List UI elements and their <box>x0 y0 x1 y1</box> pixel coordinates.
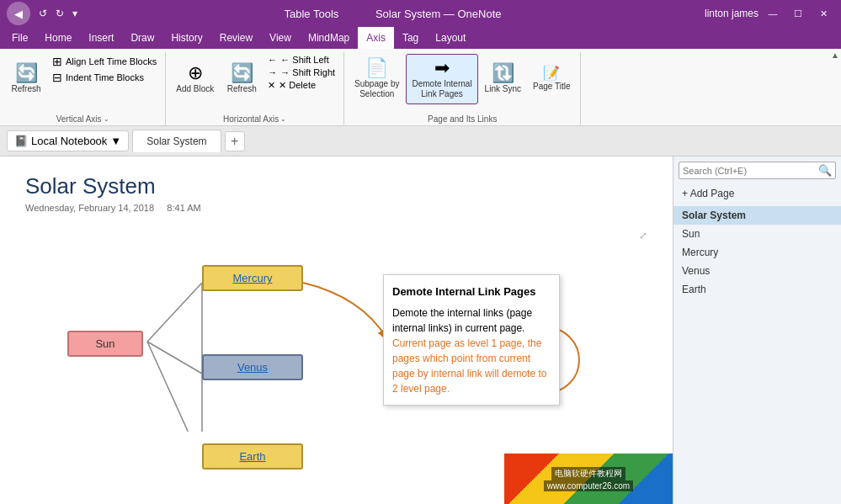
close-button[interactable]: ✕ <box>812 5 834 22</box>
shift-right-icon: → <box>268 67 277 77</box>
delete-icon: ✕ <box>268 80 275 91</box>
menu-view[interactable]: View <box>261 27 300 49</box>
sun-node[interactable]: Sun <box>67 331 143 357</box>
demote-icon: ➡ <box>434 59 450 77</box>
sidebar-search[interactable]: 🔍 <box>679 162 836 179</box>
subpage-icon: 📄 <box>365 59 388 77</box>
menu-file[interactable]: File <box>3 27 36 49</box>
link-sync-label: Link Sync <box>485 84 521 94</box>
notebook-name: Local Notebook <box>31 135 107 147</box>
sidebar-page-mercury[interactable]: Mercury <box>673 243 841 262</box>
resize-handle[interactable]: ⤢ <box>639 230 647 241</box>
page-title-label: Page Title <box>533 82 570 92</box>
back-button[interactable]: ◀ <box>7 2 30 25</box>
refresh-vertical-icon: 🔄 <box>15 64 38 82</box>
align-icon: ⊞ <box>52 55 62 68</box>
ribbon: 🔄 Refresh ⊞ Align Left Time Blocks ⊟ Ind… <box>0 49 841 126</box>
refresh-h-label: Refresh <box>227 84 257 94</box>
notebook-selector[interactable]: 📓 Local Notebook ▼ <box>7 130 129 151</box>
menu-layout[interactable]: Layout <box>427 27 474 49</box>
shift-right-button[interactable]: → → Shift Right <box>264 66 338 78</box>
undo-button[interactable]: ↺ <box>35 6 51 21</box>
horizontal-axis-small-group: ← ← Shift Left → → Shift Right ✕ ✕ Delet… <box>264 54 338 92</box>
quick-access-toolbar: ↺ ↻ ▾ <box>35 6 81 21</box>
page-title: Solar System <box>25 173 647 199</box>
add-block-label: Add Block <box>176 84 214 94</box>
search-input[interactable] <box>683 166 818 176</box>
sidebar-page-sun[interactable]: Sun <box>673 225 841 243</box>
vertical-axis-expand[interactable]: ⌄ <box>104 115 109 123</box>
menu-insert[interactable]: Insert <box>80 27 122 49</box>
link-sync-icon: 🔃 <box>492 64 514 82</box>
title-bar-left: ◀ ↺ ↻ ▾ <box>7 2 81 25</box>
add-page-tab-button[interactable]: + <box>225 131 245 151</box>
ribbon-collapse-button[interactable]: ▲ <box>831 50 839 60</box>
venus-node[interactable]: Venus <box>202 354 303 380</box>
page-date: Wednesday, February 14, 2018 8:41 AM <box>25 203 647 213</box>
shift-left-icon: ← <box>268 55 277 65</box>
minimize-button[interactable]: — <box>762 5 784 22</box>
window-title: Solar System — OneNote <box>375 8 502 20</box>
notebook-bar: 📓 Local Notebook ▼ Solar System + <box>0 126 841 157</box>
page-links-content: 📄 Subpage bySelection ➡ Demote InternalL… <box>349 54 575 113</box>
vertical-axis-content: 🔄 Refresh ⊞ Align Left Time Blocks ⊟ Ind… <box>5 54 160 113</box>
shift-left-button[interactable]: ← ← Shift Left <box>264 54 338 66</box>
refresh-h-icon: 🔄 <box>231 64 253 82</box>
tooltip-title: Demote Internal Link Pages <box>392 284 551 300</box>
tooltip-highlight: Current page as level 1 page, the pages … <box>392 337 546 395</box>
user-name: linton james <box>705 8 758 19</box>
refresh-vertical-button[interactable]: 🔄 Refresh <box>5 54 47 104</box>
menu-review[interactable]: Review <box>211 27 261 49</box>
app-title: Table Tools Solar System — OneNote <box>81 8 705 20</box>
menu-tag[interactable]: Tag <box>394 27 427 49</box>
earth-node[interactable]: Earth <box>202 443 303 470</box>
horizontal-axis-label: Horizontal Axis ⌄ <box>171 113 338 124</box>
sidebar-page-earth[interactable]: Earth <box>673 280 841 299</box>
horizontal-axis-content: ⊕ Add Block 🔄 Refresh ← ← Shift Left → →… <box>171 54 338 113</box>
search-icon[interactable]: 🔍 <box>818 164 832 177</box>
indent-time-blocks-button[interactable]: ⊟ Indent Time Blocks <box>49 70 160 85</box>
demote-label: Demote InternalLink Pages <box>412 79 471 99</box>
horizontal-axis-expand[interactable]: ⌄ <box>280 115 286 123</box>
redo-button[interactable]: ↻ <box>52 6 67 21</box>
add-block-button[interactable]: ⊕ Add Block <box>171 54 219 104</box>
ribbon-group-page-links: 📄 Subpage bySelection ➡ Demote InternalL… <box>344 52 581 125</box>
link-sync-button[interactable]: 🔃 Link Sync <box>480 54 526 104</box>
svg-line-1 <box>147 342 202 374</box>
main-area: Solar System Wednesday, February 14, 201… <box>0 157 841 504</box>
menu-mindmap[interactable]: MindMap <box>300 27 358 49</box>
menu-bar: File Home Insert Draw History Review Vie… <box>0 27 841 49</box>
table-tools-label: Table Tools <box>284 8 338 20</box>
title-bar-right: linton james — ☐ ✕ <box>705 5 834 22</box>
customize-qa-button[interactable]: ▾ <box>69 6 81 21</box>
menu-history[interactable]: History <box>162 27 210 49</box>
menu-axis[interactable]: Axis <box>358 27 394 49</box>
mercury-node[interactable]: Mercury <box>202 265 303 291</box>
subpage-label: Subpage bySelection <box>354 79 399 99</box>
watermark-line2: www.computer26.com <box>544 480 633 491</box>
notebook-dropdown-icon: ▼ <box>110 135 121 147</box>
indent-label: Indent Time Blocks <box>66 72 144 82</box>
sidebar-page-solar-system[interactable]: Solar System <box>673 206 841 225</box>
menu-draw[interactable]: Draw <box>122 27 162 49</box>
menu-home[interactable]: Home <box>36 27 80 49</box>
sidebar: 🔍 + Add Page Solar System Sun Mercury Ve… <box>673 157 841 504</box>
date-text: Wednesday, February 14, 2018 <box>25 203 154 213</box>
align-label: Align Left Time Blocks <box>66 56 157 66</box>
page-tab-solar-system[interactable]: Solar System <box>132 130 221 152</box>
subpage-by-selection-button[interactable]: 📄 Subpage bySelection <box>349 54 404 104</box>
add-page-button[interactable]: + Add Page <box>673 184 841 203</box>
svg-line-2 <box>147 342 202 432</box>
restore-button[interactable]: ☐ <box>787 5 809 22</box>
align-left-time-blocks-button[interactable]: ⊞ Align Left Time Blocks <box>49 54 160 69</box>
indent-icon: ⊟ <box>52 71 62 84</box>
delete-button[interactable]: ✕ ✕ Delete <box>264 79 338 92</box>
time-text: 8:41 AM <box>167 203 200 213</box>
page-links-group-label: Page and Its Links <box>349 113 575 124</box>
page-title-icon: 📝 <box>543 66 560 80</box>
page-title-button[interactable]: 📝 Page Title <box>528 54 575 104</box>
sidebar-page-venus[interactable]: Venus <box>673 262 841 280</box>
demote-internal-link-pages-button[interactable]: ➡ Demote InternalLink Pages <box>406 54 477 104</box>
refresh-horizontal-button[interactable]: 🔄 Refresh <box>221 54 263 104</box>
refresh-vertical-label: Refresh <box>11 84 40 94</box>
